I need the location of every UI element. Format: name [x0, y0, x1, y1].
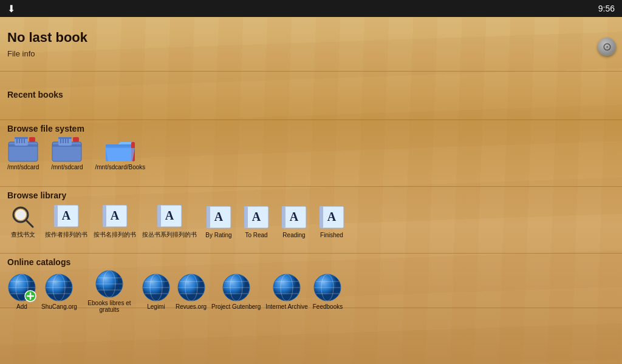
- catalog-item-feedbooks[interactable]: Feedbooks: [313, 273, 343, 310]
- add-globe-icon: [7, 273, 36, 302]
- catalog-ebooks-libres-label: Ebooks libres et gratuits: [82, 300, 137, 313]
- svg-text:A: A: [252, 210, 261, 223]
- catalog-item-internet-archive[interactable]: Internet Archive: [265, 273, 307, 310]
- svg-rect-45: [282, 206, 285, 228]
- svg-rect-48: [320, 206, 323, 228]
- svg-rect-4: [15, 137, 28, 139]
- catalog-item-add[interactable]: Add: [7, 273, 36, 310]
- fs-item-sdcard2[interactable]: /mnt/sdcard: [51, 136, 83, 170]
- library-to-read-label: To Read: [245, 232, 267, 238]
- by-title-icon: A: [99, 203, 131, 229]
- catalog-items-row: Add: [7, 269, 615, 313]
- svg-text:A: A: [214, 210, 224, 223]
- browse-library-title: Browse library: [7, 190, 615, 200]
- catalog-revues-label: Revues.org: [176, 303, 207, 310]
- svg-rect-33: [103, 205, 106, 227]
- shucang-globe-icon: [44, 273, 73, 302]
- by-author-icon: A: [50, 203, 82, 229]
- catalog-item-legimi[interactable]: Legimi: [142, 273, 171, 310]
- fs-item-books-folder[interactable]: /mnt/sdcard/Books: [95, 136, 146, 170]
- sdcard2-icon: [51, 136, 83, 163]
- file-info-label[interactable]: File info: [7, 49, 615, 58]
- library-item-by-rating[interactable]: A By Rating: [203, 204, 234, 238]
- browse-fs-section: Browse file system: [0, 120, 622, 187]
- fs-items-row: /mnt/sdcard /mnt/sdcard: [7, 136, 615, 170]
- svg-rect-36: [157, 205, 161, 227]
- fs-item-sdcard2-label: /mnt/sdcard: [51, 164, 83, 170]
- svg-point-28: [17, 211, 24, 218]
- svg-rect-15: [73, 137, 79, 142]
- svg-rect-14: [58, 137, 72, 139]
- catalog-gutenberg-label: Project Gutenberg: [211, 303, 261, 310]
- svg-marker-24: [106, 148, 135, 161]
- catalog-legimi-label: Legimi: [147, 303, 165, 310]
- fs-item-books-folder-label: /mnt/sdcard/Books: [95, 164, 146, 170]
- svg-line-27: [26, 220, 33, 227]
- ebooks-libres-globe-icon: [95, 269, 124, 298]
- feedbooks-globe-icon: [313, 273, 342, 302]
- library-item-by-title[interactable]: A 按书名排列的书: [94, 203, 136, 239]
- catalog-internet-archive-label: Internet Archive: [265, 303, 307, 310]
- svg-rect-39: [207, 206, 210, 228]
- reading-icon: A: [278, 204, 310, 231]
- catalog-shucang-label: ShuCang.org: [41, 303, 77, 310]
- svg-marker-21: [106, 142, 135, 144]
- no-last-book-section: No last book File info: [0, 17, 622, 72]
- svg-rect-22: [106, 144, 135, 147]
- online-catalogs-section: Online catalogs: [0, 254, 622, 308]
- library-item-finished[interactable]: A Finished: [316, 204, 347, 238]
- catalog-item-ebooks-libres[interactable]: Ebooks libres et gratuits: [82, 269, 137, 313]
- library-item-reading[interactable]: A Reading: [278, 204, 310, 238]
- library-by-series-label: 按丛书系列排列的书: [142, 231, 197, 239]
- catalog-item-revues[interactable]: Revues.org: [176, 273, 207, 310]
- library-by-title-label: 按书名排列的书: [94, 231, 136, 239]
- svg-rect-42: [244, 206, 248, 228]
- by-series-icon: A: [154, 203, 185, 229]
- library-item-by-author[interactable]: A 按作者排列的书: [45, 203, 87, 239]
- browse-library-section: Browse library 查找书文 A: [0, 187, 622, 254]
- library-by-author-label: 按作者排列的书: [45, 231, 87, 239]
- by-rating-icon: A: [203, 204, 234, 231]
- svg-text:A: A: [165, 209, 174, 222]
- finished-icon: A: [316, 204, 347, 231]
- search-icon: [7, 203, 39, 229]
- no-last-book-title: No last book: [7, 30, 615, 46]
- catalog-item-gutenberg[interactable]: Project Gutenberg: [211, 273, 261, 310]
- svg-text:A: A: [62, 209, 71, 222]
- svg-text:A: A: [290, 210, 299, 223]
- svg-text:A: A: [111, 209, 120, 222]
- svg-rect-5: [29, 137, 35, 142]
- fs-item-sdcard1[interactable]: /mnt/sdcard: [7, 136, 39, 170]
- to-read-icon: A: [241, 204, 272, 231]
- library-item-by-series[interactable]: A 按丛书系列排列的书: [142, 203, 197, 239]
- library-finished-label: Finished: [320, 232, 343, 238]
- revues-globe-icon: [177, 273, 206, 302]
- settings-button[interactable]: ⊙: [598, 38, 616, 56]
- internet-archive-globe-icon: [272, 273, 301, 302]
- svg-rect-30: [54, 205, 58, 227]
- library-by-rating-label: By Rating: [205, 232, 231, 238]
- catalog-item-shucang[interactable]: ShuCang.org: [41, 273, 77, 310]
- sdcard1-icon: [7, 136, 39, 163]
- settings-icon: ⊙: [598, 38, 616, 56]
- browse-fs-title: Browse file system: [7, 124, 615, 133]
- books-folder-icon: [104, 136, 136, 163]
- catalog-feedbooks-label: Feedbooks: [313, 303, 343, 310]
- online-catalogs-title: Online catalogs: [7, 257, 615, 267]
- library-reading-label: Reading: [282, 232, 305, 238]
- catalog-add-label: Add: [16, 303, 27, 310]
- fs-item-sdcard1-label: /mnt/sdcard: [7, 164, 39, 170]
- library-search-label: 查找书文: [11, 231, 35, 239]
- svg-text:A: A: [327, 210, 337, 223]
- recent-books-title: Recent books: [7, 90, 615, 99]
- status-bar: ⬇ 9:56: [0, 0, 622, 17]
- library-items-row: 查找书文 A 按作者排列的书 A 按书名排列的书: [7, 203, 615, 239]
- download-icon: ⬇: [7, 3, 15, 15]
- recent-books-section: Recent books: [0, 72, 622, 120]
- clock: 9:56: [598, 4, 615, 13]
- legimi-globe-icon: [142, 273, 171, 302]
- library-item-to-read[interactable]: A To Read: [241, 204, 272, 238]
- gutenberg-globe-icon: [222, 273, 251, 302]
- library-item-search[interactable]: 查找书文: [7, 203, 39, 239]
